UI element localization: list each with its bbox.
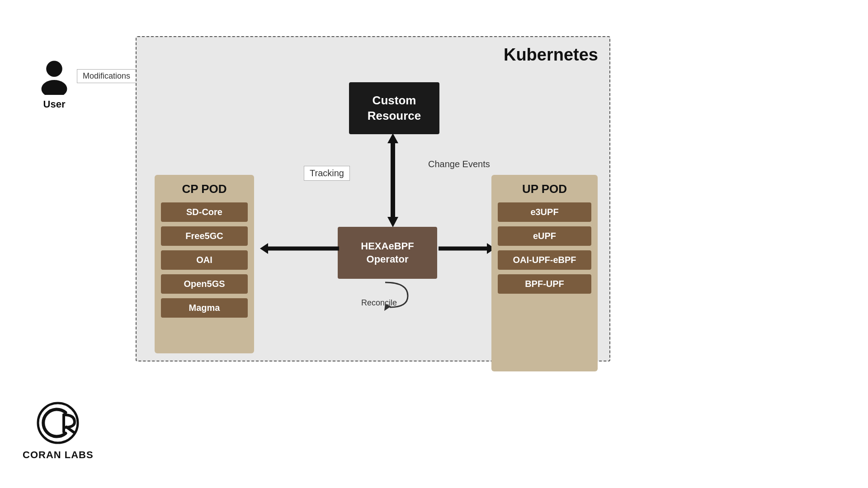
- logo-label: CORAN LABS: [23, 449, 94, 461]
- up-pod-title: UP POD: [498, 182, 591, 196]
- operator-text: HEXAeBPF Operator: [361, 240, 414, 266]
- up-pod-box: UP POD e3UPF eUPF OAI-UPF-eBPF BPF-UPF: [491, 175, 598, 371]
- custom-resource-box: Custom Resource: [349, 82, 439, 134]
- svg-marker-6: [387, 133, 398, 143]
- cp-pod-item-1: Free5GC: [161, 226, 248, 246]
- cp-pod-item-2: OAI: [161, 250, 248, 270]
- user-label: User: [43, 99, 66, 110]
- operator-box: HEXAeBPF Operator: [338, 227, 437, 279]
- svg-point-0: [46, 61, 62, 77]
- arrow-to-up-pod: [439, 241, 495, 256]
- cp-pod-box: CP POD SD-Core Free5GC OAI Open5GS Magma: [155, 175, 254, 353]
- up-pod-item-1: eUPF: [498, 226, 591, 246]
- kubernetes-diagram: Kubernetes Custom Resource Tracking Chan…: [136, 36, 610, 361]
- vertical-arrow-svg: [384, 133, 406, 228]
- change-events-label: Change Events: [428, 159, 490, 169]
- svg-marker-5: [387, 217, 398, 227]
- logo-area: CORAN LABS: [23, 401, 94, 461]
- svg-point-1: [42, 80, 67, 95]
- custom-resource-text: Custom Resource: [368, 93, 421, 124]
- cp-pod-item-4: Magma: [161, 298, 248, 318]
- coran-labs-logo: [33, 401, 83, 446]
- arrow-to-cp-pod: [260, 241, 341, 256]
- user-section: User: [36, 59, 72, 110]
- reconcile-label: Reconcile: [361, 298, 397, 308]
- up-pod-item-2: OAI-UPF-eBPF: [498, 250, 591, 270]
- cp-pod-title: CP POD: [161, 182, 248, 196]
- modifications-label: Modifications: [77, 69, 136, 83]
- up-pod-item-0: e3UPF: [498, 202, 591, 222]
- cp-pod-item-3: Open5GS: [161, 274, 248, 294]
- svg-marker-9: [260, 243, 268, 254]
- tracking-label: Tracking: [304, 166, 350, 181]
- up-pod-item-3: BPF-UPF: [498, 274, 591, 294]
- cp-pod-item-0: SD-Core: [161, 202, 248, 222]
- user-icon: [36, 59, 72, 95]
- kubernetes-label: Kubernetes: [504, 45, 598, 65]
